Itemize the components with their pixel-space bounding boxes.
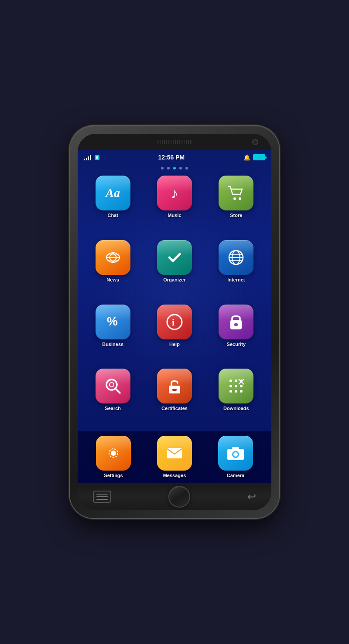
- certificates-icon: [157, 369, 192, 403]
- svg-line-30: [239, 379, 244, 384]
- signal-bar-2: [86, 158, 87, 160]
- app-certificates[interactable]: Certificates: [146, 369, 202, 428]
- music-icon: ♪: [157, 176, 192, 210]
- status-right: 🔔: [243, 154, 265, 161]
- app-camera[interactable]: Camera: [207, 436, 264, 478]
- downloads-icon: [219, 369, 253, 403]
- signal-bars: [84, 154, 91, 160]
- svg-rect-33: [167, 448, 182, 458]
- store-label: Store: [230, 213, 242, 218]
- dock-grid: Settings Messages: [85, 436, 264, 478]
- chat-icon: Aa: [96, 176, 130, 210]
- settings-label: Settings: [104, 473, 123, 478]
- svg-point-17: [109, 383, 114, 387]
- svg-point-27: [235, 390, 237, 393]
- page-dots: [78, 164, 271, 172]
- svg-point-1: [239, 197, 241, 200]
- menu-line-1: [96, 494, 108, 495]
- svg-point-28: [240, 390, 243, 393]
- app-internet[interactable]: Internet: [208, 240, 264, 299]
- certificates-label: Certificates: [161, 406, 188, 411]
- svg-point-0: [233, 197, 236, 200]
- phone-device: E 12:56 PM 🔔: [70, 126, 279, 518]
- front-camera: [252, 139, 258, 145]
- help-label: Help: [169, 342, 180, 347]
- internet-label: Internet: [227, 277, 245, 282]
- search-icon: [96, 369, 130, 403]
- notification-bell-icon: 🔔: [243, 154, 250, 161]
- settings-icon: [96, 436, 131, 471]
- app-help[interactable]: i Help: [146, 305, 202, 364]
- app-downloads[interactable]: Downloads: [208, 369, 264, 428]
- dock: Settings Messages: [78, 431, 271, 483]
- svg-point-26: [229, 390, 232, 393]
- page-dot-4[interactable]: [179, 167, 182, 169]
- battery-icon: [253, 154, 265, 160]
- search-label: Search: [105, 406, 121, 411]
- news-label: News: [106, 277, 119, 282]
- downloads-label: Downloads: [223, 406, 249, 411]
- chat-label: Chat: [107, 213, 118, 218]
- screen: E 12:56 PM 🔔: [78, 150, 271, 483]
- signal-bar-4: [90, 155, 91, 160]
- business-icon: %: [96, 305, 130, 339]
- music-label: Music: [168, 213, 181, 218]
- page-dot-1[interactable]: [161, 167, 164, 169]
- camera-icon: [218, 436, 253, 471]
- svg-text:%: %: [107, 315, 118, 328]
- app-chat[interactable]: Aa Chat: [85, 176, 141, 235]
- status-bar: E 12:56 PM 🔔: [78, 150, 271, 164]
- svg-line-16: [116, 389, 120, 393]
- security-label: Security: [227, 342, 246, 347]
- news-icon: [96, 240, 130, 275]
- messages-label: Messages: [163, 473, 186, 478]
- page-dot-2[interactable]: [167, 167, 170, 169]
- svg-text:i: i: [172, 317, 174, 328]
- app-news[interactable]: News: [85, 240, 141, 299]
- svg-point-25: [240, 385, 243, 387]
- organizer-label: Organizer: [163, 277, 185, 282]
- back-hardware-button[interactable]: ↩: [247, 491, 256, 503]
- app-search[interactable]: Search: [85, 369, 141, 428]
- camera-label: Camera: [227, 473, 244, 478]
- speaker-grille: [157, 140, 192, 144]
- svg-point-20: [229, 380, 232, 382]
- svg-point-31: [111, 451, 116, 456]
- security-icon: [219, 305, 253, 339]
- app-organizer[interactable]: Organizer: [146, 240, 202, 299]
- home-hardware-button[interactable]: [168, 486, 190, 508]
- menu-line-2: [96, 496, 108, 497]
- svg-point-23: [229, 385, 232, 387]
- menu-line-3: [96, 499, 108, 500]
- messages-icon: [157, 436, 192, 471]
- organizer-icon: [157, 240, 192, 275]
- svg-point-36: [233, 452, 238, 457]
- phone-top-bar: [78, 134, 271, 150]
- business-label: Business: [102, 342, 123, 347]
- status-left: E: [84, 154, 99, 160]
- svg-rect-14: [234, 323, 238, 326]
- phone-inner: E 12:56 PM 🔔: [78, 134, 271, 510]
- svg-rect-37: [232, 447, 239, 450]
- app-business[interactable]: % Business: [85, 305, 141, 364]
- signal-bar-3: [88, 156, 89, 160]
- svg-line-29: [239, 379, 244, 384]
- app-store[interactable]: Store: [208, 176, 264, 235]
- app-security[interactable]: Security: [208, 305, 264, 364]
- app-music[interactable]: ♪ Music: [146, 176, 202, 235]
- help-icon: i: [157, 305, 192, 339]
- app-messages[interactable]: Messages: [146, 436, 203, 478]
- app-grid: Aa Chat ♪ Music: [78, 172, 271, 431]
- svg-point-24: [235, 385, 237, 387]
- network-badge: E: [95, 155, 99, 160]
- status-time: 12:56 PM: [158, 154, 185, 161]
- menu-hardware-button[interactable]: [93, 491, 111, 503]
- internet-icon: [219, 240, 253, 275]
- page-dot-5[interactable]: [185, 167, 188, 169]
- signal-bar-1: [84, 159, 85, 160]
- store-icon: [219, 176, 253, 210]
- app-settings[interactable]: Settings: [85, 436, 142, 478]
- svg-point-22: [240, 380, 243, 382]
- page-dot-3[interactable]: [173, 167, 176, 169]
- svg-point-21: [235, 380, 237, 382]
